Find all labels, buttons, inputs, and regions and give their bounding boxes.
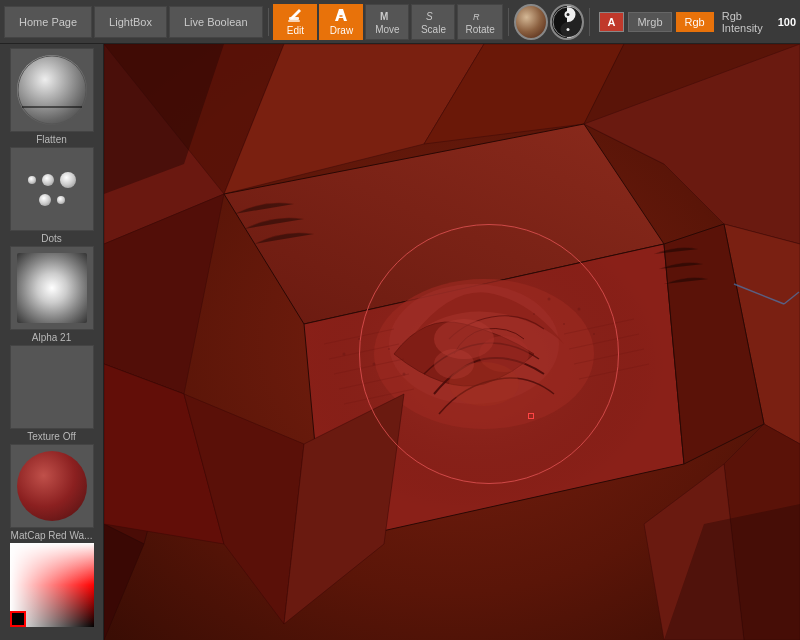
colorpicker-cursor	[10, 611, 26, 627]
svg-point-52	[548, 298, 551, 301]
dot-3	[60, 172, 76, 188]
alpha21-label: Alpha 21	[32, 332, 71, 343]
svg-point-50	[403, 373, 406, 376]
svg-point-54	[578, 308, 581, 311]
rotate-button[interactable]: R Rotate	[457, 4, 502, 40]
matcap-item[interactable]: MatCap Red Wa...	[4, 444, 100, 541]
move-icon: M	[380, 8, 394, 24]
svg-text:R: R	[473, 12, 480, 22]
dot-4	[39, 194, 51, 206]
svg-point-48	[373, 363, 376, 366]
draw-icon	[333, 7, 349, 25]
svg-point-53	[563, 323, 565, 325]
alpha21-preview	[17, 253, 87, 323]
rgb-section: A Mrgb Rgb Rgb Intensity 100	[599, 10, 797, 34]
colorpicker-item[interactable]	[4, 543, 100, 627]
texture-off-thumb	[10, 345, 94, 429]
edit-button[interactable]: Edit	[273, 4, 317, 40]
svg-point-10	[566, 13, 569, 16]
a-label[interactable]: A	[599, 12, 625, 32]
svg-point-47	[358, 338, 360, 340]
zbrush-viewport[interactable]	[104, 44, 800, 640]
move-button[interactable]: M Move	[365, 4, 409, 40]
intensity-value: 100	[778, 16, 796, 28]
dot-5	[57, 196, 65, 204]
draw-button[interactable]: Draw	[319, 4, 363, 40]
render-mode-button[interactable]	[550, 4, 584, 40]
svg-point-55	[593, 333, 595, 335]
intensity-label: Rgb Intensity	[722, 10, 772, 34]
separator-1	[268, 8, 269, 36]
tab-home[interactable]: Home Page	[4, 6, 92, 38]
flatten-brush-item[interactable]: Flatten	[4, 48, 100, 145]
mrgb-button[interactable]: Mrgb	[628, 12, 671, 32]
dot-1	[28, 176, 36, 184]
svg-point-51	[533, 313, 535, 315]
scale-label: Scale	[421, 24, 446, 35]
tab-lightbox[interactable]: LightBox	[94, 6, 167, 38]
colorpicker-thumb[interactable]	[10, 543, 94, 627]
texture-off-item[interactable]: Texture Off	[4, 345, 100, 442]
matcap-preview	[17, 451, 87, 521]
svg-text:S: S	[426, 11, 433, 22]
svg-point-36	[434, 349, 474, 379]
rotate-label: Rotate	[465, 24, 494, 35]
dots-thumb	[10, 147, 94, 231]
separator-2	[508, 8, 509, 36]
svg-point-46	[343, 353, 346, 356]
scale-icon: S	[426, 8, 440, 24]
flatten-thumb	[10, 48, 94, 132]
draw-label: Draw	[330, 25, 353, 36]
alpha21-thumb	[10, 246, 94, 330]
svg-point-49	[388, 348, 390, 350]
dots-brush-item[interactable]: Dots	[4, 147, 100, 244]
canvas-area[interactable]	[104, 44, 800, 640]
tab-live-boolean[interactable]: Live Boolean	[169, 6, 263, 38]
dots-preview	[11, 162, 93, 216]
matcap-thumb	[10, 444, 94, 528]
flatten-sphere-preview	[17, 55, 87, 125]
flatten-label: Flatten	[36, 134, 67, 145]
toolbar: Home Page LightBox Live Boolean Edit Dra…	[0, 0, 800, 44]
rgb-button[interactable]: Rgb	[676, 12, 714, 32]
move-label: Move	[375, 24, 399, 35]
edit-icon	[287, 7, 303, 25]
edit-label: Edit	[287, 25, 304, 36]
main-area: Flatten Dots Alpha 21	[0, 44, 800, 640]
material-sphere[interactable]	[514, 4, 548, 40]
svg-point-11	[566, 28, 569, 31]
texture-off-label: Texture Off	[27, 431, 76, 442]
alpha21-item[interactable]: Alpha 21	[4, 246, 100, 343]
svg-point-12	[18, 56, 86, 124]
scale-button[interactable]: S Scale	[411, 4, 455, 40]
svg-text:M: M	[380, 11, 388, 22]
dots-label: Dots	[41, 233, 62, 244]
svg-rect-2	[288, 20, 300, 22]
separator-3	[589, 8, 590, 36]
rotate-icon: R	[473, 8, 487, 24]
dot-2	[42, 174, 54, 186]
matcap-label: MatCap Red Wa...	[11, 530, 93, 541]
left-panel: Flatten Dots Alpha 21	[0, 44, 104, 640]
